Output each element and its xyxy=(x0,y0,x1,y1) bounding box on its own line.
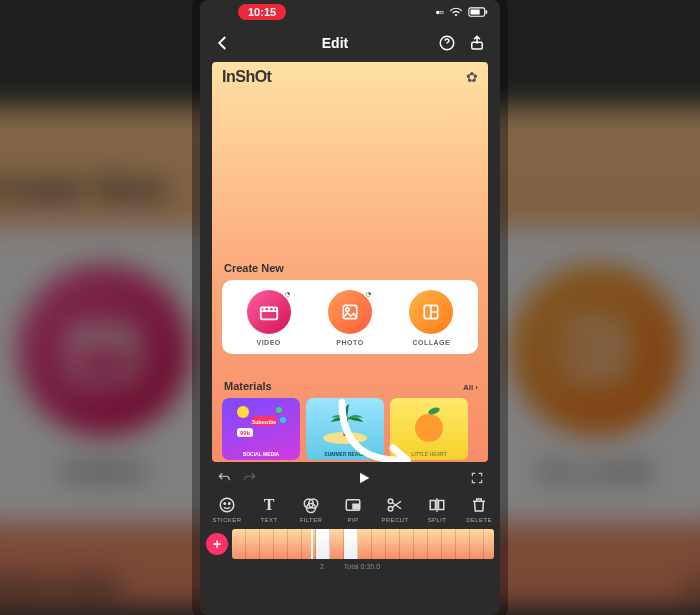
clapper-icon xyxy=(258,301,280,323)
svg-rect-6 xyxy=(486,10,488,13)
svg-point-24 xyxy=(224,503,226,505)
tool-delete-label: DELETE xyxy=(458,517,500,523)
tool-split-label: SPLIT xyxy=(416,517,458,523)
svg-rect-33 xyxy=(430,501,435,510)
filter-icon xyxy=(302,496,320,514)
svg-rect-5 xyxy=(471,10,480,15)
tool-precut[interactable]: PRECUT xyxy=(374,496,416,523)
tool-pip[interactable]: PIP xyxy=(332,496,374,523)
text-icon: T xyxy=(260,496,278,514)
orange-fruit-art xyxy=(404,402,454,444)
bg-materials-heading: Materials xyxy=(0,564,122,606)
bg-video-label: VIDEO xyxy=(60,458,148,485)
create-photo-button[interactable]: ◔ PHOTO xyxy=(328,290,372,346)
svg-point-23 xyxy=(220,498,234,512)
image-icon xyxy=(340,302,360,322)
tool-sticker-label: STICKER xyxy=(206,517,248,523)
recording-time: 10:15 xyxy=(238,4,286,20)
scissors-icon xyxy=(386,496,404,514)
back-button[interactable] xyxy=(214,34,232,52)
settings-icon: ✿ xyxy=(466,69,478,85)
svg-point-11 xyxy=(346,308,349,311)
create-panel: ◔ VIDEO ◔ PHOTO COLLAGE xyxy=(222,280,478,354)
bg-all-link: All › xyxy=(682,573,700,602)
add-clip-button[interactable]: + xyxy=(206,533,228,555)
svg-rect-34 xyxy=(439,501,444,510)
badge-icon: ◔ xyxy=(283,288,293,298)
create-video-button[interactable]: ◔ VIDEO xyxy=(247,290,291,346)
materials-heading: Materials xyxy=(224,380,272,392)
create-collage-button[interactable]: COLLAGE xyxy=(409,290,453,346)
svg-point-13 xyxy=(237,406,249,418)
svg-point-25 xyxy=(229,503,231,505)
edit-toolbar: STICKER T TEXT FILTER PIP PRECUT SPLIT D… xyxy=(200,492,500,525)
bg-collage-label: OLLAGE xyxy=(538,458,654,485)
phone-frame: 10:15 ▪▫ Edit InShOt ✿ xyxy=(200,0,500,615)
timeline: + 2 Total 0:35.0 xyxy=(200,525,500,572)
split-icon xyxy=(428,496,446,514)
svg-point-21 xyxy=(415,414,443,442)
tool-split[interactable]: SPLIT xyxy=(416,496,458,523)
share-button[interactable] xyxy=(468,34,486,52)
collage-icon xyxy=(421,302,441,322)
play-button[interactable] xyxy=(352,466,376,490)
player-controls xyxy=(200,462,500,492)
tool-filter[interactable]: FILTER xyxy=(290,496,332,523)
battery-icon xyxy=(468,7,488,17)
page-title: Edit xyxy=(322,35,348,51)
timeline-total: Total 0:35.0 xyxy=(344,563,380,570)
palm-tree-art xyxy=(315,400,375,444)
material-1-label: SOCIAL MEDIA xyxy=(243,451,279,457)
tool-precut-label: PRECUT xyxy=(374,517,416,523)
video-label: VIDEO xyxy=(247,339,291,346)
materials-all-link[interactable]: All › xyxy=(463,383,478,392)
svg-rect-10 xyxy=(343,305,356,318)
nav-bar: Edit xyxy=(200,24,500,62)
svg-point-31 xyxy=(388,499,393,504)
inshot-logo: InShOt xyxy=(222,68,271,86)
tool-delete[interactable]: DELETE xyxy=(458,496,500,523)
create-new-heading: Create New xyxy=(224,262,478,274)
tool-filter-label: FILTER xyxy=(290,517,332,523)
material-card-heart[interactable]: LITTLE HEART xyxy=(390,398,468,460)
badge-icon: ◔ xyxy=(364,288,374,298)
status-bar: 10:15 ▪▫ xyxy=(200,0,500,24)
trash-icon xyxy=(470,496,488,514)
tool-sticker[interactable]: STICKER xyxy=(206,496,248,523)
bg-video-icon xyxy=(17,263,190,436)
tool-text-label: TEXT xyxy=(248,517,290,523)
timeline-position: 2 xyxy=(320,563,324,570)
svg-text:Subscribe: Subscribe xyxy=(252,419,276,425)
smiley-icon xyxy=(218,496,236,514)
social-media-art: Subscribe 99k xyxy=(231,402,291,442)
help-button[interactable] xyxy=(438,34,456,52)
redo-button[interactable] xyxy=(242,471,258,485)
clip-strip[interactable] xyxy=(232,529,494,559)
material-card-beach[interactable]: SUMMER BEACH xyxy=(306,398,384,460)
collage-label: COLLAGE xyxy=(409,339,453,346)
bg-collage-icon xyxy=(510,263,683,436)
svg-text:99k: 99k xyxy=(240,430,251,436)
pip-icon xyxy=(344,496,362,514)
wifi-icon xyxy=(449,7,463,17)
material-3-label: LITTLE HEART xyxy=(411,451,447,457)
tool-text[interactable]: T TEXT xyxy=(248,496,290,523)
fullscreen-button[interactable] xyxy=(470,471,484,485)
undo-button[interactable] xyxy=(216,471,232,485)
svg-rect-30 xyxy=(353,504,358,509)
svg-point-32 xyxy=(388,507,393,512)
playhead[interactable] xyxy=(311,529,313,559)
material-2-label: SUMMER BEACH xyxy=(324,451,365,457)
video-preview[interactable]: InShOt ✿ Create New ◔ VIDEO ◔ PHOTO xyxy=(212,62,488,462)
svg-point-18 xyxy=(276,407,282,413)
tool-pip-label: PIP xyxy=(332,517,374,523)
svg-point-19 xyxy=(280,417,286,423)
signal-icon: ▪▫ xyxy=(435,5,444,19)
photo-label: PHOTO xyxy=(328,339,372,346)
material-card-social[interactable]: Subscribe 99k SOCIAL MEDIA xyxy=(222,398,300,460)
